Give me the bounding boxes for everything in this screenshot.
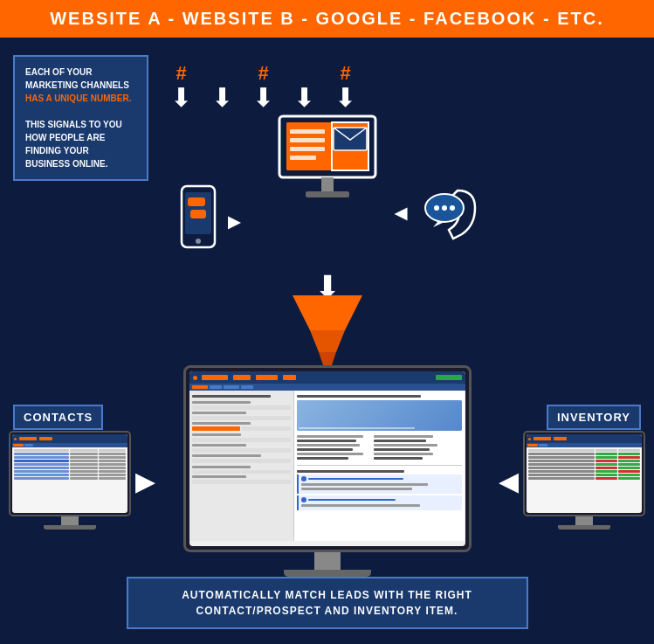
row-2-col-1 [14, 456, 69, 459]
chat-phone: ◀ [414, 182, 484, 252]
top-banner-text: WEBSITE A - WEBSITE B - GOOGLE - FACEBOO… [50, 9, 604, 28]
field-7 [192, 466, 251, 468]
phone-icon [175, 182, 223, 260]
diagram-area: EACH OF YOUR MARKETING CHANNELS HAS A UN… [0, 38, 654, 638]
inventory-nav-1 [534, 437, 551, 440]
inventory-monitor-frame [523, 431, 645, 516]
down-arrow-1: ⬇ [170, 85, 192, 111]
inv-r5-c3 [618, 467, 640, 469]
match-item-1 [297, 474, 463, 494]
contacts-row-3 [14, 460, 126, 462]
inventory-monitor [523, 431, 645, 530]
contacts-row-8 [14, 477, 126, 480]
row-6-col-2 [70, 470, 98, 473]
contacts-monitor-frame [9, 431, 131, 516]
svg-rect-9 [321, 177, 334, 191]
phone-arrow: ▶ [228, 212, 240, 232]
match-detail-2 [301, 488, 412, 490]
row-7-col-3 [99, 474, 127, 476]
contacts-row-4 [14, 463, 126, 466]
inv-r4-c2 [595, 463, 617, 466]
field-3 [192, 422, 251, 425]
inv-row-5 [528, 467, 640, 469]
listing-image [297, 400, 463, 431]
inv-r6-c3 [618, 470, 640, 473]
match-text-2 [308, 499, 396, 501]
arrow-3: # ⬇ [252, 64, 274, 111]
col-header-3 [99, 449, 127, 452]
row-5-col-2 [70, 467, 98, 469]
inv-r4-c3 [618, 463, 640, 466]
field-4 [192, 433, 242, 436]
inv-row-7 [528, 474, 640, 476]
contacts-dot [14, 438, 17, 440]
down-arrow-5: ⬇ [334, 85, 356, 111]
matched-title [297, 470, 404, 473]
inv-r2-c2 [595, 456, 617, 459]
detail-1 [297, 435, 364, 438]
inv-col-3 [618, 449, 640, 452]
match-detail-3 [301, 504, 420, 507]
hash-icon-5: # [340, 64, 350, 83]
inv-r8-c1 [528, 477, 595, 480]
contacts-monitor-screen [12, 434, 127, 513]
svg-rect-8 [290, 156, 316, 160]
row-4-col-2 [70, 463, 98, 466]
inventory-nav-item [539, 444, 547, 447]
arrow-1: # ⬇ [170, 64, 192, 111]
inv-col-1 [528, 449, 595, 452]
monitor-base [284, 570, 371, 577]
row-4-col-3 [99, 463, 127, 466]
screen-header [189, 371, 465, 384]
inv-r3-c1 [528, 460, 595, 462]
monitor-neck [314, 552, 341, 570]
image-caption [299, 427, 415, 429]
screen-left-col [189, 391, 294, 541]
input-8 [192, 480, 291, 484]
info-box: EACH OF YOUR MARKETING CHANNELS HAS A UN… [13, 55, 148, 181]
match-item-2 [297, 495, 463, 510]
contacts-body [12, 447, 127, 482]
center-computer [271, 112, 384, 208]
input-3a [192, 426, 241, 431]
detail-8 [374, 440, 426, 442]
contacts-nav-item [24, 444, 33, 447]
screen-body [189, 391, 465, 541]
arrows-row: # ⬇ ⬇ # ⬇ ⬇ # ⬇ [170, 64, 356, 111]
inv-r5-c2 [595, 467, 617, 469]
inv-row-6 [528, 470, 640, 473]
detail-9 [374, 444, 437, 447]
row-7-col-2 [70, 474, 98, 476]
detail-2 [297, 440, 356, 442]
inv-row-4 [528, 463, 640, 466]
inv-r7-c3 [618, 474, 640, 476]
inventory-screen-header [527, 434, 642, 443]
contacts-row-7 [14, 474, 126, 476]
field-5 [192, 444, 246, 447]
row-1-col-2 [70, 453, 98, 455]
inv-col-2 [595, 449, 617, 452]
nav-item [283, 375, 296, 380]
contacts-table-header [14, 449, 126, 452]
inv-r3-c3 [618, 460, 640, 462]
match-dot-2 [301, 497, 306, 502]
inv-r8-c3 [618, 477, 640, 480]
detail-5 [297, 453, 364, 455]
listing-details [297, 433, 463, 461]
inv-r3-c2 [595, 460, 617, 462]
inventory-nav-highlight [527, 444, 538, 447]
inventory-monitor-screen [527, 434, 642, 513]
mini-1 [192, 470, 241, 474]
nav-item [256, 375, 278, 380]
field-8 [192, 475, 246, 478]
inv-r5-c1 [528, 467, 595, 469]
inventory-dot [528, 438, 531, 440]
svg-marker-22 [319, 352, 336, 365]
contacts-row-2 [14, 456, 126, 459]
nav-item-3 [224, 385, 239, 389]
large-monitor [183, 365, 472, 577]
listing-title [297, 395, 421, 398]
input-4 [192, 438, 291, 442]
screen-dot [193, 376, 197, 380]
inventory-monitor-base [558, 525, 610, 530]
